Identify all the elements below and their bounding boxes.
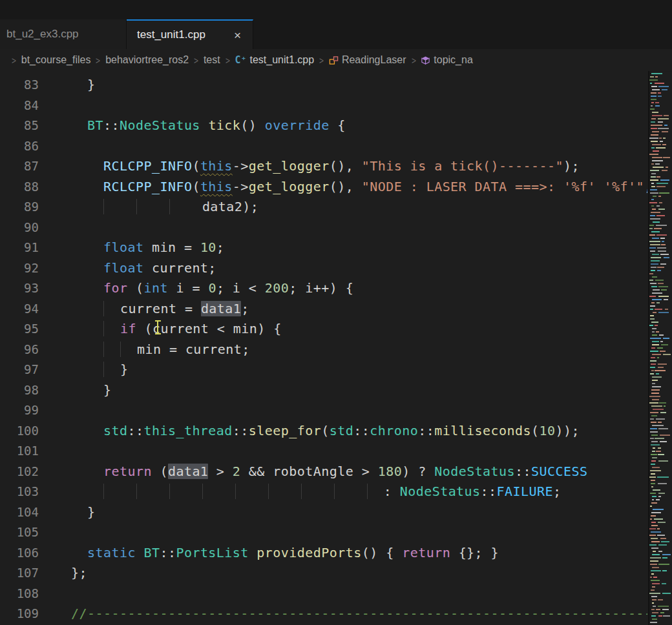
breadcrumb-item-behaviortree-ros2[interactable]: behaviortree_ros2 xyxy=(105,54,189,66)
line-number: 100 xyxy=(0,421,39,442)
line-number: 109 xyxy=(0,604,39,624)
line-number: 86 xyxy=(0,136,39,157)
breadcrumb-item-readinglaser[interactable]: ReadingLaser xyxy=(329,54,406,66)
line-number: 97 xyxy=(0,360,39,380)
chevron-right-icon: > xyxy=(319,55,324,66)
code-text: current = data1; xyxy=(71,299,249,320)
breadcrumb-item-test[interactable]: test xyxy=(204,54,220,66)
minimap[interactable] xyxy=(648,71,672,625)
code-line[interactable]: 108 xyxy=(0,584,647,604)
line-number: 84 xyxy=(0,96,39,116)
code-text: if (current < min) { xyxy=(71,319,282,340)
code-text: static BT::PortsList providedPorts() { r… xyxy=(71,543,499,564)
code-text: min = current; xyxy=(71,340,250,360)
tab-label: bt_u2_ex3.cpp xyxy=(6,28,79,41)
code-line[interactable]: 101 xyxy=(0,441,647,462)
code-line[interactable]: 89 data2); xyxy=(0,197,647,218)
breadcrumb-item-bt-course-files[interactable]: bt_course_files xyxy=(21,54,91,66)
code-line[interactable]: 86 xyxy=(0,136,647,157)
line-number: 101 xyxy=(0,441,39,462)
mouse-ibeam-cursor xyxy=(157,320,158,334)
code-line[interactable]: 102 return (data1 > 2 && robotAngle > 18… xyxy=(0,462,647,482)
line-number: 88 xyxy=(0,177,39,198)
code-line[interactable]: 87 RCLCPP_INFO(this->get_logger(), "This… xyxy=(0,156,647,177)
code-text: RCLCPP_INFO(this->get_logger(), "This is… xyxy=(71,156,580,177)
code-text: } xyxy=(71,502,95,523)
line-number: 106 xyxy=(0,543,39,564)
line-number: 90 xyxy=(0,218,39,238)
line-number: 104 xyxy=(0,502,39,523)
code-line[interactable]: 103 : NodeStatus::FAILURE; xyxy=(0,482,647,502)
chevron-right-icon: > xyxy=(96,55,100,66)
tab-close-icon[interactable]: × xyxy=(231,28,244,43)
line-number: 99 xyxy=(0,400,39,421)
code-line[interactable]: 96 min = current; xyxy=(0,340,647,360)
code-text: return (data1 > 2 && robotAngle > 180) ?… xyxy=(71,462,588,482)
code-line[interactable]: 84 xyxy=(0,96,647,116)
field-symbol-icon xyxy=(421,56,430,65)
code-text: } xyxy=(71,75,95,96)
code-line[interactable]: 100 std::this_thread::sleep_for(std::chr… xyxy=(0,421,647,442)
code-text: } xyxy=(71,380,111,401)
code-editor: 83 }8485 BT::NodeStatus tick() override … xyxy=(0,71,672,625)
code-line[interactable]: 94 current = data1; xyxy=(0,299,647,320)
code-text: } xyxy=(71,360,128,380)
code-line[interactable]: 93 for (int i = 0; i < 200; i++) { xyxy=(0,278,647,299)
line-number: 95 xyxy=(0,319,39,340)
editor-tab-bar: bt_u2_ex3.cpp test_unit1.cpp × xyxy=(0,19,672,49)
line-number: 98 xyxy=(0,380,39,401)
code-line[interactable]: 98 } xyxy=(0,380,647,401)
chevron-right-icon: > xyxy=(226,55,230,66)
line-number: 94 xyxy=(0,299,39,320)
code-line[interactable]: 88 RCLCPP_INFO(this->get_logger(), "NODE… xyxy=(0,177,647,198)
code-line[interactable]: 99 xyxy=(0,400,647,421)
line-number: 102 xyxy=(0,462,39,482)
code-line[interactable]: 104 } xyxy=(0,502,647,523)
code-line[interactable]: 97 } xyxy=(0,360,647,380)
code-text: BT::NodeStatus tick() override { xyxy=(71,116,346,136)
code-text: data2); xyxy=(71,197,258,218)
code-text: RCLCPP_INFO(this->get_logger(), "NODE : … xyxy=(71,177,647,198)
code-line[interactable]: 91 float min = 10; xyxy=(0,238,647,258)
breadcrumb: > bt_course_files > behaviortree_ros2 > … xyxy=(0,49,672,71)
line-number: 103 xyxy=(0,482,39,502)
code-text: //--------------------------------------… xyxy=(71,604,647,624)
code-line[interactable]: 107}; xyxy=(0,563,647,584)
tab-label: test_unit1.cpp xyxy=(137,28,205,41)
code-line[interactable]: 109//-----------------------------------… xyxy=(0,604,647,624)
line-number: 89 xyxy=(0,197,39,218)
line-number: 93 xyxy=(0,278,39,299)
line-number: 92 xyxy=(0,258,39,279)
line-number: 85 xyxy=(0,116,39,136)
breadcrumb-item-test-unit1-cpp[interactable]: C⁺ test_unit1.cpp xyxy=(235,54,314,66)
line-number: 83 xyxy=(0,75,39,96)
code-line[interactable]: 83 } xyxy=(0,75,647,96)
code-text: float min = 10; xyxy=(71,238,224,258)
code-line[interactable]: 105 xyxy=(0,522,647,543)
code-line[interactable]: 85 BT::NodeStatus tick() override { xyxy=(0,116,647,136)
code-line[interactable]: 90 xyxy=(0,218,647,238)
code-text: float current; xyxy=(71,258,216,279)
chevron-right-icon: > xyxy=(411,55,415,66)
tab-bt-u2-ex3-cpp[interactable]: bt_u2_ex3.cpp xyxy=(0,19,127,49)
title-bar xyxy=(0,0,672,19)
code-text: }; xyxy=(71,563,87,584)
code-content: 83 }8485 BT::NodeStatus tick() override … xyxy=(0,71,647,625)
code-line[interactable]: 106 static BT::PortsList providedPorts()… xyxy=(0,543,647,564)
chevron-right-icon: > xyxy=(12,55,16,66)
line-number: 105 xyxy=(0,522,39,543)
code-text: std::this_thread::sleep_for(std::chrono:… xyxy=(71,421,580,442)
chevron-right-icon: > xyxy=(194,55,198,66)
code-line[interactable]: 92 float current; xyxy=(0,258,647,279)
code-text: for (int i = 0; i < 200; i++) { xyxy=(71,278,353,299)
line-number: 96 xyxy=(0,340,39,360)
line-number: 108 xyxy=(0,584,39,604)
line-number: 91 xyxy=(0,238,39,258)
tab-test-unit1-cpp[interactable]: test_unit1.cpp × xyxy=(127,19,253,49)
line-number: 87 xyxy=(0,156,39,177)
cpp-file-icon: C⁺ xyxy=(235,54,246,66)
breadcrumb-item-topic[interactable]: topic_na xyxy=(421,54,473,66)
code-text: : NodeStatus::FAILURE; xyxy=(71,482,562,502)
line-number: 107 xyxy=(0,563,39,584)
code-line[interactable]: 95 if (current < min) { xyxy=(0,319,647,340)
